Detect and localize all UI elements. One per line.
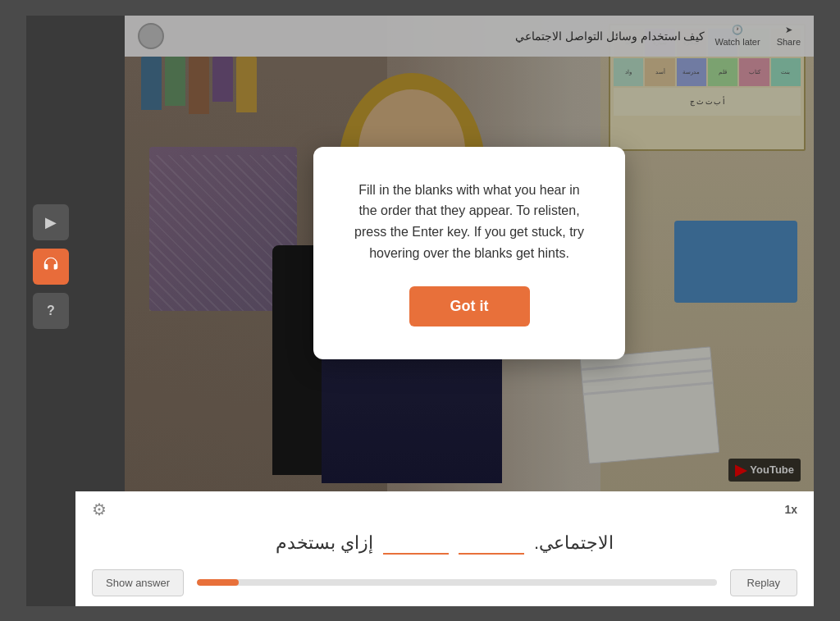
instruction-text: Fill in the blanks with what you hear in… <box>354 180 584 263</box>
sidebar: ▶ ? <box>26 16 75 606</box>
show-answer-button[interactable]: Show answer <box>92 569 184 596</box>
speed-indicator[interactable]: 1x <box>784 503 797 516</box>
progress-bar-container <box>197 579 716 586</box>
video-container: قطة كلب بيت شجرة سيارة ولد بنت كتاب قلم … <box>125 16 814 491</box>
exercise-area: ⚙ 1x الاجتماعي. إزاي بستخدم Show answer … <box>75 491 814 606</box>
exercise-controls: Show answer Replay <box>89 563 801 606</box>
progress-bar-fill <box>197 579 239 586</box>
video-icon: ▶ <box>45 213 57 231</box>
main-container: ▶ ? <box>26 16 814 606</box>
sentence-word-1: الاجتماعي. <box>534 532 614 554</box>
question-icon: ? <box>47 304 55 318</box>
video-background: قطة كلب بيت شجرة سيارة ولد بنت كتاب قلم … <box>125 16 814 491</box>
blank-input-1[interactable] <box>383 532 449 555</box>
listen-button[interactable] <box>33 249 69 285</box>
exercise-top-bar: ⚙ 1x <box>89 491 801 524</box>
blank-input-2[interactable] <box>459 532 524 555</box>
settings-button[interactable]: ⚙ <box>92 500 107 519</box>
video-button[interactable]: ▶ <box>33 204 69 240</box>
headphone-icon <box>42 255 60 277</box>
help-button[interactable]: ? <box>33 293 69 329</box>
replay-button[interactable]: Replay <box>730 569 797 596</box>
instruction-modal: Fill in the blanks with what you hear in… <box>313 147 625 359</box>
got-it-button[interactable]: Got it <box>409 286 530 326</box>
exercise-sentence: الاجتماعي. إزاي بستخدم <box>89 524 801 563</box>
modal-overlay: Fill in the blanks with what you hear in… <box>125 16 814 491</box>
sentence-word-2: إزاي بستخدم <box>276 532 373 554</box>
